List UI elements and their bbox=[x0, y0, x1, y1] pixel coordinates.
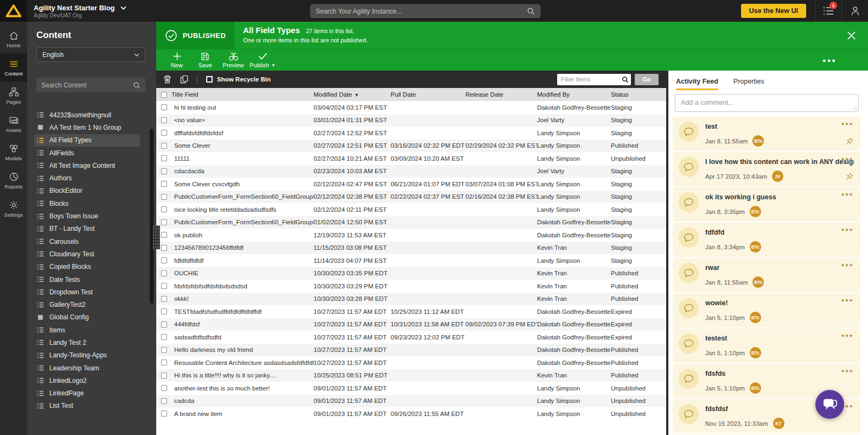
chevron-down-icon[interactable] bbox=[120, 6, 126, 10]
show-recycle-bin-checkbox[interactable] bbox=[206, 76, 213, 83]
sidebar-item-linkedlogo2[interactable]: LinkedLogo2 bbox=[34, 374, 140, 387]
select-all-checkbox[interactable] bbox=[161, 92, 167, 98]
table-row[interactable]: okkk!10/30/2023 03:28 PM EDTKevin TranPu… bbox=[156, 293, 666, 306]
comment-menu-button[interactable]: ●●● bbox=[841, 226, 853, 232]
row-checkbox[interactable] bbox=[161, 206, 167, 212]
table-row[interactable]: 1111102/27/2024 10:21 AM EST03/09/2024 1… bbox=[156, 152, 666, 165]
chat-widget-button[interactable] bbox=[815, 390, 844, 419]
table-row[interactable]: PublicCustomerForm_FormSection60_FieldGr… bbox=[156, 191, 666, 204]
delete-button[interactable] bbox=[163, 75, 171, 84]
table-row[interactable]: Hi this is a title!!!! why is it so jank… bbox=[156, 369, 666, 382]
row-checkbox[interactable] bbox=[161, 130, 167, 136]
sidebar-item-global-config[interactable]: Global Config bbox=[34, 311, 140, 324]
new-button[interactable]: New bbox=[163, 50, 191, 71]
sidebar-item-44232-somethingnull[interactable]: 44232$somethingnull bbox=[34, 109, 140, 121]
comment-menu-button[interactable]: ●●● bbox=[841, 368, 853, 374]
column-header-modified-date[interactable]: Modified Date▼ bbox=[314, 91, 391, 98]
copy-button[interactable] bbox=[180, 75, 188, 84]
column-header-release-date[interactable]: Release Date bbox=[465, 91, 537, 98]
pin-icon[interactable] bbox=[846, 137, 853, 145]
table-row[interactable]: TESTfdadfsfsdfsdffdfdfdffdfdffdf10/27/20… bbox=[156, 305, 666, 318]
sidebar-item-blockeditor[interactable]: BlockEditor bbox=[34, 185, 140, 197]
row-checkbox[interactable] bbox=[161, 334, 167, 340]
more-options-button[interactable]: ●●● bbox=[822, 57, 837, 64]
comment-menu-button[interactable]: ●●● bbox=[841, 297, 853, 303]
table-row[interactable]: dfffafdsfdfdfdsfdsf02/27/2024 12:52 PM E… bbox=[156, 127, 666, 140]
column-header-modified-by[interactable]: Modified By bbox=[537, 91, 611, 98]
table-row[interactable]: PublicCustomerForm_FormSection60_FieldGr… bbox=[156, 216, 666, 229]
resize-handle-icon[interactable] bbox=[852, 105, 857, 110]
preview-button[interactable]: Preview bbox=[219, 50, 247, 71]
sidebar-item-aa-test-item-1-no-group[interactable]: AA Test Item 1 No Group bbox=[34, 121, 140, 134]
table-row[interactable]: fdfdfdffdfdf11/14/2023 04:07 PM ESTLandy… bbox=[156, 254, 666, 267]
comment-menu-button[interactable]: ●●● bbox=[841, 262, 853, 268]
row-checkbox[interactable] bbox=[161, 360, 167, 365]
sidebar-item-leadership-team[interactable]: Leadership Team bbox=[34, 362, 140, 374]
table-row[interactable]: cadcda09/01/2023 11:57 AM EDTLandy Simps… bbox=[156, 395, 666, 408]
row-checkbox[interactable] bbox=[161, 270, 167, 276]
sidebar-item-blocks[interactable]: Blocks bbox=[34, 197, 140, 210]
sidebar-item-items[interactable]: Items bbox=[34, 324, 140, 336]
row-checkbox[interactable] bbox=[161, 232, 167, 238]
nav-item-content[interactable]: Content bbox=[0, 53, 27, 81]
close-button[interactable] bbox=[834, 22, 868, 49]
sidebar-item-list-test[interactable]: List Test bbox=[34, 400, 140, 412]
table-row[interactable]: 444fdfdsf10/27/2023 11:57 AM EDT10/31/20… bbox=[156, 318, 666, 331]
table-row[interactable]: another-test this is so much better!09/0… bbox=[156, 382, 666, 395]
row-checkbox[interactable] bbox=[161, 347, 167, 353]
global-search-input[interactable] bbox=[316, 8, 527, 15]
table-row[interactable]: nice looking title retetddadsadsdfsdfs02… bbox=[156, 203, 666, 216]
sidebar-item-boys-town-issue[interactable]: Boys Town Issue bbox=[34, 210, 140, 222]
sidebar-item-all-field-types[interactable]: All Field Types bbox=[34, 134, 140, 147]
table-row[interactable]: Resusable Content Architecture asdasdsad… bbox=[156, 356, 666, 369]
table-row[interactable]: ok publish12/19/2023 11:53 AM ESTDakotah… bbox=[156, 229, 666, 242]
nav-item-models[interactable]: Models bbox=[0, 138, 27, 166]
sidebar-item-date-tests[interactable]: Date Tests bbox=[34, 273, 140, 286]
sidebar-item-linkedpage[interactable]: LinkedPage bbox=[34, 387, 140, 400]
sidebar-item-gallerytest2[interactable]: GalleryTest2 bbox=[34, 298, 140, 311]
sidebar-item-bt-landy-test[interactable]: BT - Landy Test bbox=[34, 223, 140, 235]
row-checkbox[interactable] bbox=[161, 168, 167, 174]
filter-items-input[interactable] bbox=[561, 76, 622, 83]
sidebar-item-allfields[interactable]: AllFields bbox=[34, 147, 140, 159]
table-row[interactable]: cdacdacda02/23/2024 10:03 AM ESTJoel Var… bbox=[156, 165, 666, 178]
table-row[interactable]: OUCHIE10/30/2023 03:35 PM EDTKevin TranP… bbox=[156, 267, 666, 280]
table-row[interactable]: Some Clever cvxcvfgdh02/12/2024 02:47 PM… bbox=[156, 178, 666, 191]
sidebar-item-cloudinary-test[interactable]: Cloudinary Test bbox=[34, 248, 140, 260]
sidebar-scrollbar[interactable] bbox=[150, 129, 154, 304]
table-row[interactable]: Some Clever02/27/2024 12:51 PM EST03/16/… bbox=[156, 140, 666, 153]
tasks-button[interactable]: 1 bbox=[815, 0, 841, 22]
row-checkbox[interactable] bbox=[161, 257, 167, 263]
nav-item-settings[interactable]: Settings bbox=[0, 194, 27, 223]
column-header-title-field[interactable]: Title Field bbox=[171, 91, 314, 98]
row-checkbox[interactable] bbox=[161, 143, 167, 149]
row-checkbox[interactable] bbox=[161, 219, 167, 225]
row-checkbox[interactable] bbox=[161, 373, 167, 379]
publish-button[interactable]: Publish▼ bbox=[247, 50, 278, 71]
table-row[interactable]: sadsadfdfsdfsdfd10/27/2023 11:57 AM EDT0… bbox=[156, 331, 666, 344]
nav-item-home[interactable]: Home bbox=[0, 25, 27, 53]
nav-item-pages[interactable]: Pages bbox=[0, 81, 27, 110]
panel-resize-handle[interactable] bbox=[153, 225, 160, 249]
sidebar-item-carousels[interactable]: Carousels bbox=[34, 235, 140, 248]
language-select[interactable]: English bbox=[36, 47, 145, 62]
row-checkbox[interactable] bbox=[161, 308, 167, 314]
comment-input[interactable]: Add a comment... bbox=[675, 94, 859, 112]
row-checkbox[interactable] bbox=[161, 283, 167, 289]
tab-activity-feed[interactable]: Activity Feed bbox=[676, 78, 718, 90]
sidebar-item-dropdown-test[interactable]: Dropdown Test bbox=[34, 286, 140, 298]
sidebar-item-landy-testing-apps[interactable]: Landy-Testing-Apps bbox=[34, 349, 140, 362]
comment-menu-button[interactable]: ●●● bbox=[841, 156, 853, 162]
row-checkbox[interactable] bbox=[161, 385, 167, 391]
row-checkbox[interactable] bbox=[161, 194, 167, 200]
search-icon[interactable] bbox=[527, 7, 535, 15]
user-menu-button[interactable] bbox=[842, 0, 868, 22]
comment-menu-button[interactable]: ●●● bbox=[841, 121, 853, 127]
search-icon[interactable] bbox=[622, 76, 629, 83]
row-checkbox[interactable] bbox=[161, 398, 167, 404]
tab-properties[interactable]: Properties bbox=[733, 78, 764, 90]
row-checkbox[interactable] bbox=[161, 117, 167, 123]
row-checkbox[interactable] bbox=[161, 104, 167, 110]
column-header-pull-date[interactable]: Pull Date bbox=[391, 91, 465, 98]
row-checkbox[interactable] bbox=[161, 181, 167, 187]
